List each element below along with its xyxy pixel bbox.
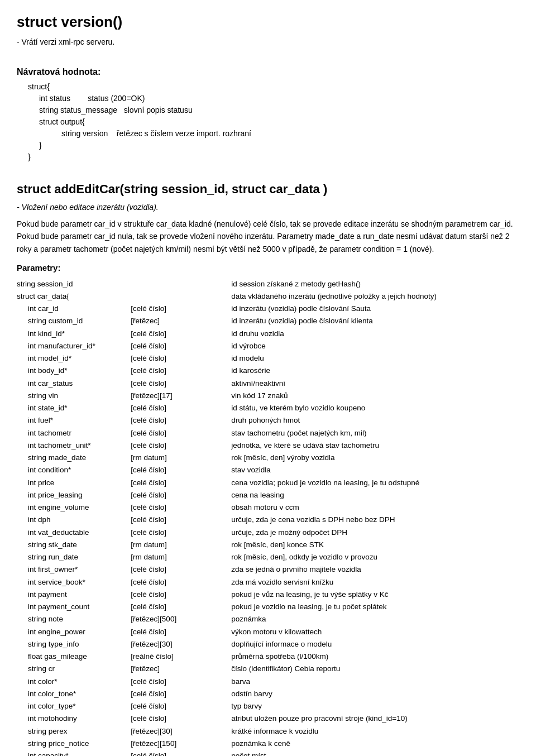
param-detail: [rm datum] <box>128 539 229 551</box>
param-desc: číslo (identifikátor) Cebia reportu <box>229 663 519 675</box>
param-desc: id výrobce <box>229 340 519 352</box>
param-desc: id inzerátu (vozidla) podle číslování kl… <box>229 315 519 327</box>
table-row: string cr[řetězec]číslo (identifikátor) … <box>17 663 519 675</box>
return-struct-open: struct{ <box>28 81 519 93</box>
param-type: string session_id <box>17 278 128 290</box>
param-desc: doplňující informace o modelu <box>229 638 519 650</box>
param-detail: [celé číslo] <box>128 514 229 526</box>
page-title-addeditcar: struct addEditCar(string session_id, str… <box>17 180 519 198</box>
param-desc: typ barvy <box>229 700 519 712</box>
param-type: int price <box>17 477 128 489</box>
table-row: string run_date[rm datum]rok [měsíc, den… <box>17 551 519 563</box>
param-desc: výkon motoru v kilowattech <box>229 626 519 638</box>
param-desc: pokud je vozidlo na leasing, je tu počet… <box>229 601 519 613</box>
param-desc: jednotka, ve které se udává stav tachome… <box>229 439 519 452</box>
table-row: int state_id*[celé číslo]id státu, ve kt… <box>17 402 519 414</box>
param-type: int car_id <box>17 303 128 315</box>
param-type: int kind_id* <box>17 328 128 340</box>
param-detail: [celé číslo] <box>128 303 229 315</box>
param-detail: [celé číslo] <box>128 352 229 365</box>
param-type: int vat_deductable <box>17 527 128 539</box>
param-type: string stk_date <box>17 539 128 551</box>
param-detail: [řetězec][150] <box>128 738 229 750</box>
param-desc: stav tachometru (počet najetých km, mil) <box>229 427 519 439</box>
param-desc: pokud je vůz na leasing, je tu výše splá… <box>229 588 519 601</box>
param-detail: [celé číslo] <box>128 328 229 340</box>
param-type: int tachometr <box>17 427 128 439</box>
param-type: string perex <box>17 725 128 738</box>
param-desc: cena vozidla; pokud je vozidlo na leasin… <box>229 477 519 489</box>
param-type: int body_id* <box>17 365 128 377</box>
table-row: int motohodiny[celé číslo]atribut uložen… <box>17 712 519 725</box>
table-row: int dph[celé číslo]určuje, zda je cena v… <box>17 514 519 526</box>
param-desc: obsah motoru v ccm <box>229 501 519 514</box>
param-type: float gas_mileage <box>17 650 128 663</box>
param-detail: [řetězec][30] <box>128 725 229 738</box>
param-desc: poznámka k ceně <box>229 738 519 750</box>
param-detail: [rm datum] <box>128 551 229 563</box>
table-row: float gas_mileage[reálné číslo]průměrná … <box>17 650 519 663</box>
param-desc: id modelu <box>229 352 519 365</box>
return-line-status: int status status (200=OK) <box>39 93 519 104</box>
params-section: Parametry: string session_idid session z… <box>17 262 519 756</box>
param-detail <box>128 290 229 303</box>
param-detail: [celé číslo] <box>128 501 229 514</box>
param-desc: průměrná spotřeba (l/100km) <box>229 650 519 663</box>
param-detail: [celé číslo] <box>128 527 229 539</box>
param-type: string type_info <box>17 638 128 650</box>
table-row: int engine_power[celé číslo]výkon motoru… <box>17 626 519 638</box>
param-detail: [řetězec] <box>128 315 229 327</box>
table-row: int tachometr_unit*[celé číslo]jednotka,… <box>17 439 519 452</box>
return-line-output-open: struct output{ <box>39 116 519 128</box>
param-desc: počet míst <box>229 750 519 756</box>
param-detail: [celé číslo] <box>128 588 229 601</box>
table-row: string made_date[rm datum]rok [měsíc, de… <box>17 452 519 464</box>
param-desc: vin kód 17 znaků <box>229 390 519 402</box>
param-detail: [reálné číslo] <box>128 650 229 663</box>
param-desc: id druhu vozidla <box>229 328 519 340</box>
param-detail: [celé číslo] <box>128 601 229 613</box>
table-row: struct car_data{data vkládaného inzerátu… <box>17 290 519 303</box>
param-detail: [celé číslo] <box>128 700 229 712</box>
param-desc: rok [měsíc, den] konce STK <box>229 539 519 551</box>
param-desc: určuje, zda je možný odpočet DPH <box>229 527 519 539</box>
param-type: int model_id* <box>17 352 128 365</box>
param-detail: [celé číslo] <box>128 676 229 688</box>
table-row: int car_status[celé číslo]aktivní/neakti… <box>17 377 519 390</box>
param-type: string made_date <box>17 452 128 464</box>
param-detail: [celé číslo] <box>128 414 229 427</box>
param-desc: krátké informace k vozidlu <box>229 725 519 738</box>
param-type: int state_id* <box>17 402 128 414</box>
addeditcar-desc: Pokud bude parametr car_id v struktuře c… <box>17 218 519 255</box>
return-struct-close: } <box>28 151 519 163</box>
param-detail: [celé číslo] <box>128 489 229 501</box>
params-label: Parametry: <box>17 262 519 275</box>
param-detail: [celé číslo] <box>128 439 229 452</box>
table-row: int payment[celé číslo]pokud je vůz na l… <box>17 588 519 601</box>
param-type: string price_notice <box>17 738 128 750</box>
table-row: int price[celé číslo]cena vozidla; pokud… <box>17 477 519 489</box>
param-desc: id státu, ve kterém bylo vozidlo koupeno <box>229 402 519 414</box>
param-type: int color* <box>17 676 128 688</box>
table-row: int kind_id*[celé číslo]id druhu vozidla <box>17 328 519 340</box>
table-row: int condition*[celé číslo]stav vozidla <box>17 464 519 476</box>
param-desc: druh pohoných hmot <box>229 414 519 427</box>
param-type: int car_status <box>17 377 128 390</box>
param-type: int fuel* <box>17 414 128 427</box>
page-title-version: struct version() <box>17 11 519 33</box>
table-row: int car_id[celé číslo]id inzerátu (vozid… <box>17 303 519 315</box>
return-line-output-close: } <box>39 140 519 151</box>
param-desc: poznámka <box>229 613 519 625</box>
version-desc: - Vrátí verzi xml-rpc serveru. <box>17 36 519 48</box>
param-detail: [celé číslo] <box>128 427 229 439</box>
param-detail: [celé číslo] <box>128 712 229 725</box>
param-type: struct car_data{ <box>17 290 128 303</box>
table-row: int color*[celé číslo]barva <box>17 676 519 688</box>
param-type: int payment_count <box>17 601 128 613</box>
table-row: int engine_volume[celé číslo]obsah motor… <box>17 501 519 514</box>
param-desc: rok [měsíc, den], odkdy je vozidlo v pro… <box>229 551 519 563</box>
param-detail: [celé číslo] <box>128 464 229 476</box>
param-detail: [řetězec][30] <box>128 638 229 650</box>
param-type: int engine_volume <box>17 501 128 514</box>
table-row: int capacity*[celé číslo]počet míst <box>17 750 519 756</box>
